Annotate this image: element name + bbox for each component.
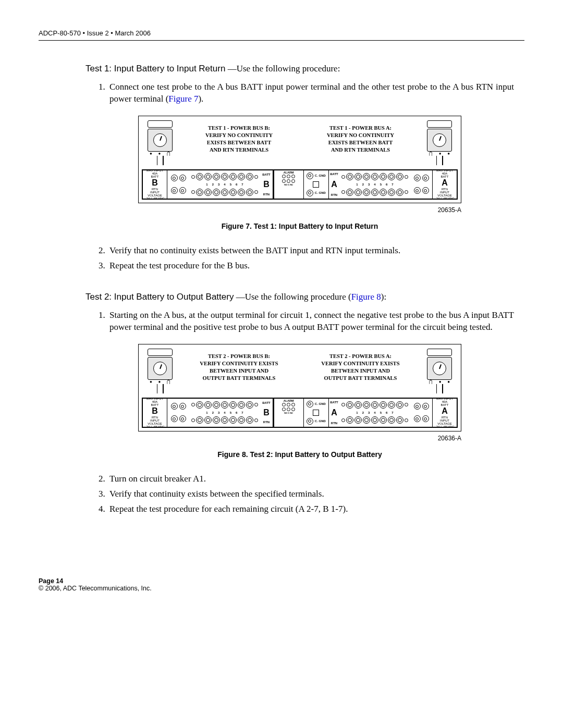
endcap-b-left: MAX INPUT 40A BATT B RTN INPUT VOLTAGE -… [143,170,167,199]
test1-step2: Verify that no continuity exists between… [107,245,514,257]
fig7-label-b: TEST 1 - POWER BUS B: VERIFY NO CONTINUI… [190,125,289,154]
fig8-caption: Figure 8. Test 2: Input Battery to Outpu… [85,450,514,459]
test2-title: Test 2: Input Battery to Output Battery [85,292,234,302]
a-input-terminals [410,170,432,199]
fig7-caption: Figure 7. Test 1: Input Battery to Input… [85,222,514,230]
test2-steps-cont: Turn on circuit breaker A1. Verify that … [85,473,514,515]
test2-step3: Verify that continuity exists between th… [107,488,514,500]
fig8-label-b: TEST 2 - POWER BUS B: VERIFY CONTINUITY … [190,353,289,382]
test1-step1: Connect one test probe to the A bus BATT… [107,81,514,105]
page-number: Page 14 [39,577,524,585]
test2-step1: Starting on the A bus, at the output ter… [107,310,514,334]
fig7-id: 20635-A [138,206,461,214]
fig8-id: 20636-A [138,435,461,442]
figure7: ●●⋂ TEST 1 - POWER BUS B: VERIFY NO CONT… [85,116,514,230]
fig7-panel: MAX INPUT 40A BATT B RTN INPUT VOLTAGE -… [142,169,458,200]
test1-heading: Test 1: Input Battery to Input Return —U… [85,64,514,74]
alarm-block: ALARM NO C NC [274,170,304,199]
copyright: © 2006, ADC Telecommunications, Inc. [39,585,524,592]
fig7-label-a: TEST 1 - POWER BUS A: VERIFY NO CONTINUI… [311,125,410,154]
figure7-link[interactable]: Figure 7 [168,94,198,104]
fig7-meter-right: ⋂●● [421,120,458,165]
test1-steps-cont: Verify that no continuity exists between… [85,245,514,272]
test1-title: Test 1: Input Battery to Input Return [85,64,225,73]
gnd-block: C. GND C. GND [304,170,329,199]
test2-heading: Test 2: Input Battery to Output Battery … [85,292,514,302]
fig8-panel: MAX INPUT 40A BATT B RTN INPUT VOLTAGE -… [142,398,458,428]
header-rule [39,40,524,41]
test2-steps: Starting on the A bus, at the output ter… [85,310,514,334]
fig7-meter-left: ●●⋂ [142,120,178,165]
test2-step2: Turn on circuit breaker A1. [107,473,514,485]
figure8: ●●⋂ TEST 2 - POWER BUS B: VERIFY CONTINU… [85,344,514,459]
doc-header: ADCP-80-570 • Issue 2 • March 2006 [39,29,524,37]
figure8-link[interactable]: Figure 8 [351,292,381,302]
fig8-label-a: TEST 2 - POWER BUS A: VERIFY CONTINUITY … [311,353,410,382]
a-output-area: 1234567 [339,170,410,199]
test1-steps: Connect one test probe to the A bus BATT… [85,81,514,105]
fig8-meter-right: ⋂●● [421,349,458,393]
page-footer: Page 14 © 2006, ADC Telecommunications, … [39,577,524,592]
endcap-a-right: MAX INPUT 40A BATT A RTN INPUT VOLTAGE -… [432,170,457,199]
b-input-terminals [167,170,189,199]
test1-step3: Repeat the test procedure for the B bus. [107,260,514,272]
fig8-meter-left: ●●⋂ [142,349,178,393]
test2-step4: Repeat the test procedure for each remai… [107,503,514,515]
b-output-area: 1234567 [189,170,260,199]
